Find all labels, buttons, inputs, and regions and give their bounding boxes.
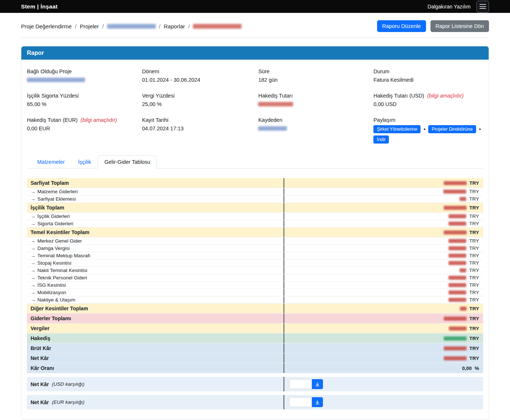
field-label: Dönem [142,68,159,74]
tab[interactable]: Gelir-Gider Tablosu [98,155,157,169]
row-value [449,327,467,331]
row-currency: TRY [469,306,479,311]
table-row: Net Kâr(USD karşılığı) [27,377,483,391]
download-icon [315,400,320,405]
arrow-icon: → [31,290,36,295]
field-value [258,125,373,132]
row-label-cell: → Mobilizasyon [27,289,284,296]
row-value [449,261,466,265]
redacted-value [444,336,467,340]
field-label: Paylaşım [373,117,395,123]
row-value [444,317,467,321]
row-value-cell: TRY [284,178,483,188]
row-value [449,276,466,280]
redacted-value [444,206,467,210]
field-label: İşçilik Sigorta Yüzdesi [27,93,79,99]
back-to-report-list-button[interactable]: Rapor Listesine Dön [430,20,489,32]
redacted-value [444,346,467,350]
row-value [444,181,467,185]
row-label-cell: İşçilik Toplam [27,203,284,212]
share-button[interactable]: İndir [373,135,389,144]
row-currency: TRY [469,336,479,341]
row-value [460,268,466,272]
field: Vergi Yüzdesi 25,00 % [142,93,258,107]
row-value-cell: TRY [284,333,483,343]
row-value: 0,00 [462,366,472,371]
row-label: Nakit Teminat Kesintisi [38,268,88,273]
net-kar-amount-input[interactable] [289,379,312,389]
edit-report-button[interactable]: Raporu Düzenle [377,20,426,32]
field-value: 182 gün [258,77,373,83]
row-currency: TRY [469,346,479,351]
net-kar-amount-input[interactable] [289,397,312,407]
row-label-cell: Temel Kesintiler Toplam [27,227,284,237]
row-currency: TRY [469,221,479,226]
divider [21,38,489,38]
redacted-value [449,327,467,331]
row-currency: TRY [469,253,479,258]
table-row: → Damga Vergisi TRY [27,245,483,252]
row-value-cell: TRY [284,252,483,259]
row-label: Sigorta Giderleri [38,221,74,226]
tab[interactable]: Malzemeler [31,155,71,169]
row-value [449,283,466,287]
download-icon [315,382,320,387]
row-label-cell: Brüt Kâr [27,343,284,353]
breadcrumb-item-redacted[interactable] [107,24,156,29]
row-label-cell: → Teminat Mektup Masrafı [27,252,284,259]
field-value-text: 0,00 EUR [27,126,50,131]
navbar-toggler-button[interactable] [476,1,489,13]
redacted-link[interactable] [27,78,85,82]
card-title: Rapor [27,50,44,56]
breadcrumb-item[interactable]: Raporlar [164,23,185,29]
share-button[interactable]: Şirket Yöneticilerine [373,125,421,133]
navbar-company-link[interactable]: Dalgakıran Yazılım [428,4,471,10]
brand-link[interactable]: Stem | İnşaat [21,3,58,10]
redacted-value [460,268,466,272]
breadcrumb-item[interactable]: Proje Değerlendirme [21,23,72,29]
breadcrumb-separator: / [102,23,103,29]
row-label: Damga Vergisi [38,246,70,251]
row-label-cell: → Nakliye & Ulaşım [27,296,284,303]
share-button[interactable]: Projeler Direktörüne [428,125,476,133]
breadcrumb-item-redacted[interactable] [193,24,242,29]
table-row: → Nakliye & Ulaşım TRY [27,296,483,304]
convert-download-button[interactable] [312,397,323,407]
row-value [449,298,466,302]
row-label-cell: → Sigorta Giderleri [27,220,284,227]
row-value [444,230,467,234]
convert-download-button[interactable] [312,379,323,389]
row-currency: % [475,366,479,371]
tabs: MalzemelerİşçilikGelir-Gider Tablosu [27,155,483,169]
row-currency: TRY [469,275,479,280]
row-label-suffix: (EUR karşılığı) [52,399,85,405]
row-label-cell: → Teknik Personel Gideri [27,274,284,281]
arrow-icon: → [31,213,36,219]
field-value: 25,00 % [142,101,258,107]
row-value [449,246,466,250]
table-row: Giderler Toplamı TRY [27,314,483,324]
row-currency: TRY [469,238,479,244]
row-label: Net Kâr [31,381,49,387]
redacted-link[interactable] [258,126,287,131]
field-note: (bilgi amaçlıdır) [426,93,464,99]
redacted-value [443,190,466,194]
row-label: İşçilik Toplam [31,205,64,211]
field: Kayıt Tarihi 04.07.2024 17:13 [142,117,258,144]
row-value-cell [284,395,483,409]
row-label-suffix: (USD karşılığı) [52,381,85,387]
field-value: 01.01.2024 - 30.06.2024 [142,77,258,83]
field-value-text: 01.01.2024 - 30.06.2024 [142,77,200,83]
field-value: 65,00 % [27,101,142,107]
field-value: Şirket Yöneticilerine•Projeler Direktörü… [373,125,483,144]
redacted-value [449,276,466,280]
field-value-text: Fatura Kesilmedi [373,77,414,83]
table-row: → Sarfiyat Eklemesi TRY [27,195,483,203]
field: Paylaşım Şirket Yöneticilerine•Projeler … [373,117,483,144]
tab[interactable]: İşçilik [71,155,98,169]
row-label-cell: → Damga Vergisi [27,245,284,252]
field: Kaydeden [258,117,373,144]
row-label: Net Kâr [31,355,49,361]
breadcrumb-item[interactable]: Projeler [80,23,99,29]
row-currency: TRY [469,316,479,321]
